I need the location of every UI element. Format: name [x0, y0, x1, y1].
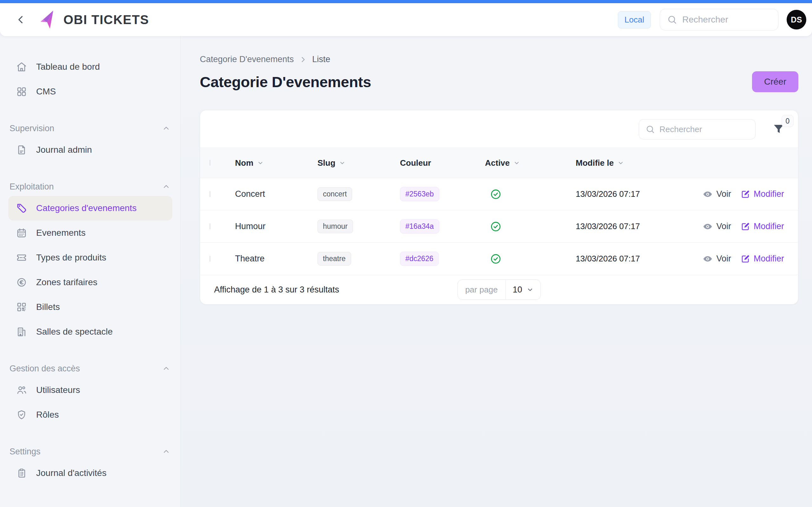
chevron-up-icon — [162, 182, 170, 191]
users-icon — [15, 385, 28, 395]
view-action[interactable]: Voir — [703, 254, 731, 264]
results-summary: Affichage de 1 à 3 sur 3 résultats — [214, 285, 339, 295]
per-page-select[interactable]: par page 10 — [457, 279, 541, 300]
environment-badge: Local — [618, 11, 651, 29]
sidebar-item-event-categories[interactable]: Categories d'evenements — [8, 196, 172, 221]
ticket-icon — [15, 252, 28, 263]
row-checkbox[interactable] — [210, 223, 210, 229]
sidebar-item-price-zones[interactable]: Zones tarifaires — [8, 270, 172, 295]
chevron-up-icon — [162, 124, 170, 132]
sidebar-section-exploitation[interactable]: Exploitation — [8, 177, 172, 196]
filter-button[interactable]: 0 — [772, 123, 785, 136]
building-icon — [15, 326, 28, 337]
active-check-icon — [490, 221, 502, 232]
cell-name: Concert — [235, 189, 317, 199]
sidebar-item-tickets[interactable]: Billets — [8, 295, 172, 320]
chevron-down-icon — [513, 159, 520, 167]
color-badge: #2563eb — [400, 187, 439, 201]
paper-plane-logo-icon — [38, 10, 58, 30]
global-search[interactable] — [660, 9, 778, 31]
chevron-left-icon — [15, 14, 26, 25]
column-header-active[interactable]: Active — [485, 158, 576, 168]
grid-icon — [15, 86, 28, 97]
sidebar-item-label: Billets — [36, 302, 60, 312]
chevron-down-icon — [339, 159, 346, 167]
table-header-row: Nom Slug Couleur Active Modifie le — [200, 148, 798, 178]
active-check-icon — [490, 253, 502, 265]
home-icon — [15, 61, 28, 72]
active-check-icon — [490, 188, 502, 200]
categories-table-card: 0 Nom Slug Couleur Active — [200, 110, 798, 304]
shield-check-icon — [15, 409, 28, 420]
view-action[interactable]: Voir — [703, 222, 731, 232]
sidebar-item-roles[interactable]: Rôles — [8, 402, 172, 427]
sidebar-item-label: Tableau de bord — [36, 62, 100, 72]
sidebar: Tableau de bord CMS Supervision Journal … — [0, 36, 181, 507]
sidebar-section-supervision[interactable]: Supervision — [8, 119, 172, 137]
breadcrumb-parent[interactable]: Categorie D'evenements — [200, 55, 294, 64]
sidebar-item-events[interactable]: Evenements — [8, 221, 172, 245]
sidebar-item-journal-admin[interactable]: Journal admin — [8, 137, 172, 162]
per-page-value: 10 — [513, 285, 522, 295]
sidebar-item-label: Categories d'evenements — [36, 203, 137, 213]
edit-action[interactable]: Modifier — [741, 254, 784, 264]
sidebar-item-activity-log[interactable]: Journal d'activités — [8, 461, 172, 486]
user-avatar[interactable]: DS — [786, 10, 806, 30]
sidebar-section-label: Settings — [9, 447, 41, 457]
filter-count-badge: 0 — [781, 115, 794, 127]
column-header-nom[interactable]: Nom — [235, 158, 317, 168]
sidebar-item-label: Zones tarifaires — [36, 277, 97, 287]
select-all-checkbox[interactable] — [210, 160, 210, 166]
per-page-label: par page — [458, 280, 506, 299]
edit-action[interactable]: Modifier — [741, 189, 784, 199]
view-action[interactable]: Voir — [703, 189, 731, 199]
qr-code-icon — [15, 302, 28, 313]
eye-icon — [703, 189, 713, 199]
sidebar-item-label: Rôles — [36, 410, 59, 420]
table-row: Concert concert #2563eb 13/03/2026 07:17… — [200, 178, 798, 210]
table-row: Humour humour #16a34a 13/03/2026 07:17 V… — [200, 210, 798, 243]
breadcrumb-current: Liste — [312, 55, 330, 64]
back-button[interactable] — [12, 11, 30, 29]
sidebar-item-label: Journal admin — [36, 145, 92, 155]
create-button[interactable]: Créer — [752, 71, 798, 92]
table-search[interactable] — [639, 119, 756, 139]
color-badge: #16a34a — [400, 219, 439, 233]
slug-badge: theatre — [317, 252, 351, 266]
global-search-input[interactable] — [682, 14, 771, 25]
cell-name: Humour — [235, 222, 317, 231]
sidebar-section-settings[interactable]: Settings — [8, 442, 172, 461]
square-pen-icon — [741, 254, 750, 264]
square-pen-icon — [741, 189, 750, 199]
tag-icon — [15, 203, 28, 214]
row-checkbox[interactable] — [210, 256, 210, 262]
cell-modified-date: 13/03/2026 07:17 — [576, 254, 703, 264]
sidebar-item-users[interactable]: Utilisateurs — [8, 378, 172, 402]
sidebar-item-venues[interactable]: Salles de spectacle — [8, 320, 172, 344]
search-icon — [646, 124, 655, 134]
sidebar-item-product-types[interactable]: Types de produits — [8, 245, 172, 270]
sidebar-item-cms[interactable]: CMS — [8, 79, 172, 104]
row-checkbox[interactable] — [210, 191, 210, 197]
sidebar-item-label: Evenements — [36, 228, 86, 238]
table-search-input[interactable] — [659, 124, 749, 134]
column-header-modifie-le[interactable]: Modifie le — [576, 158, 784, 168]
calendar-icon — [15, 228, 28, 238]
chevron-up-icon — [162, 364, 170, 373]
table-toolbar: 0 — [200, 110, 798, 148]
brand-logo[interactable]: OBI TICKETS — [38, 10, 149, 30]
cell-name: Theatre — [235, 254, 317, 264]
sidebar-item-dashboard[interactable]: Tableau de bord — [8, 55, 172, 79]
sidebar-item-label: Salles de spectacle — [36, 327, 113, 337]
column-header-slug[interactable]: Slug — [317, 158, 400, 168]
cell-modified-date: 13/03/2026 07:17 — [576, 189, 703, 199]
table-row: Theatre theatre #dc2626 13/03/2026 07:17… — [200, 243, 798, 275]
cell-modified-date: 13/03/2026 07:17 — [576, 222, 703, 231]
chevron-down-icon — [257, 159, 264, 167]
sidebar-section-label: Exploitation — [9, 182, 54, 192]
app-header: OBI TICKETS Local DS — [0, 3, 812, 36]
clipboard-list-icon — [15, 468, 28, 478]
top-accent-bar — [0, 0, 812, 3]
edit-action[interactable]: Modifier — [741, 222, 784, 231]
sidebar-section-access-management[interactable]: Gestion des accès — [8, 359, 172, 378]
